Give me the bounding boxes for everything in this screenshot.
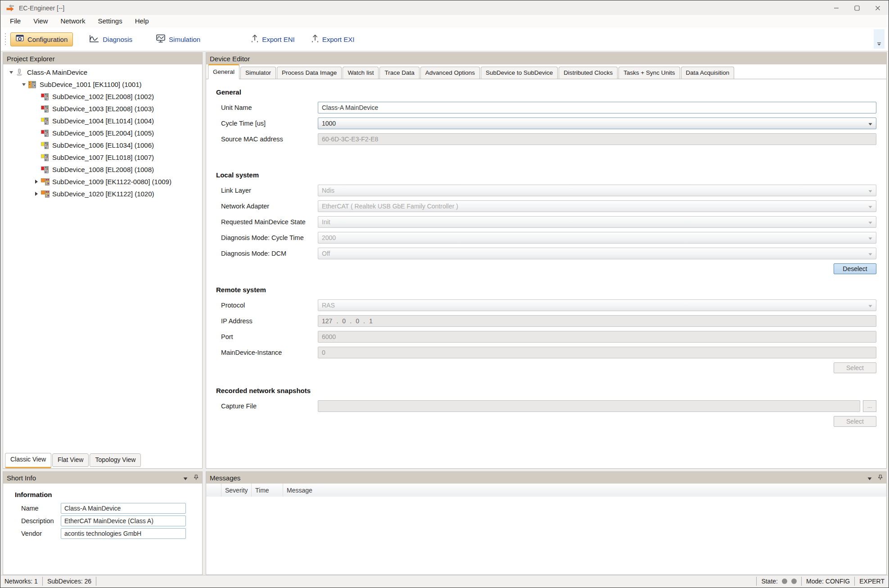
module-red-icon [41,105,50,113]
unit-name-input[interactable] [318,102,876,113]
short-info-description-input[interactable] [61,516,186,526]
tree-expander-expanded[interactable] [7,70,16,74]
module-red-icon [41,166,50,173]
capture-file-field [318,400,860,412]
pin-icon[interactable] [877,474,883,482]
cycle-time-dropdown[interactable]: 1000 [318,118,876,129]
general-section-heading: General [216,88,876,96]
chevron-down-icon [868,234,872,241]
view-tab-topology-view[interactable]: Topology View [90,453,141,467]
tree-item-label: SubDevice_1009 [EK1122-0080] (1009) [52,178,171,185]
panel-menu-chevron-icon[interactable] [867,474,872,482]
tree-expander-collapsed[interactable] [32,191,41,196]
menu-item-help[interactable]: Help [129,15,155,27]
tree-item[interactable]: SubDevice_1020 [EK1122] (1020) [3,188,202,200]
project-explorer-title: Project Explorer [7,55,55,63]
window-controls [826,1,888,15]
export-icon [311,34,319,45]
tree-item-label: SubDevice_1005 [EL2004] (1005) [52,129,154,137]
toolbar-grip[interactable] [5,32,6,46]
menu-item-file[interactable]: File [4,15,27,27]
maindevice-instance-field: 0 [318,347,876,358]
menu-item-settings[interactable]: Settings [91,15,128,27]
project-explorer-panel: Project Explorer Class-A MainDeviceSubDe… [3,52,203,469]
remote-system-heading: Remote system [216,286,876,294]
maximize-button[interactable] [847,1,867,15]
tree-item[interactable]: SubDevice_1004 [EL1014] (1004) [3,115,202,127]
title-bar: EC-Engineer [--] [1,1,888,15]
tab-trace-data[interactable]: Trace Data [379,67,419,79]
tree-item[interactable]: SubDevice_1006 [EL1034] (1006) [3,139,202,151]
tab-general[interactable]: General [208,64,239,79]
tab-process-data-image[interactable]: Process Data Image [277,67,342,79]
tree-item[interactable]: Class-A MainDevice [3,66,202,78]
tab-watch-list[interactable]: Watch list [343,67,379,79]
coupler-orange-icon [28,81,37,88]
messages-column-severity[interactable]: Severity [221,484,252,497]
tab-simulator[interactable]: Simulator [240,67,276,79]
state-dot-icon [791,579,797,584]
tree-expander-expanded[interactable] [19,82,28,86]
diagnosis-mode-dcm-dropdown: Off [318,248,876,259]
tree-item[interactable]: SubDevice_1008 [EL2008] (1008) [3,163,202,176]
module-yellow-icon [41,154,50,161]
tree-item[interactable]: SubDevice_1001 [EK1100] (1001) [3,78,202,90]
mode-indicator: Mode: CONFIG [806,578,850,585]
pin-icon[interactable] [193,474,199,482]
short-info-content: Information NameDescriptionVendor [3,484,202,574]
chevron-down-icon [868,218,872,226]
panel-menu-chevron-icon[interactable] [183,474,188,482]
source-mac-label: Source MAC address [216,136,318,143]
requested-maindevice-state-dropdown: Init [318,216,876,228]
short-info-name-input[interactable] [61,503,186,514]
tab-distributed-clocks[interactable]: Distributed Clocks [559,67,618,79]
tree-item-label: SubDevice_1001 [EK1100] (1001) [40,81,142,88]
tree-item-label: SubDevice_1020 [EK1122] (1020) [52,190,154,198]
module-yellow-icon [41,118,50,125]
toolbar-overflow-button[interactable] [874,29,884,49]
tab-tasks-sync-units[interactable]: Tasks + Sync Units [618,67,680,79]
deselect-button[interactable]: Deselect [834,263,876,274]
tree-item[interactable]: SubDevice_1005 [EL2004] (1005) [3,127,202,139]
export-eni-button[interactable]: Export ENI [246,32,299,47]
capture-file-browse-button[interactable]: ... [863,400,876,412]
simulation-button[interactable]: Simulation [151,32,205,47]
module-red-icon [41,130,50,137]
tree-item-label: SubDevice_1002 [EL2008] (1002) [52,93,154,100]
chevron-down-icon [868,250,872,257]
tree-item-label: SubDevice_1008 [EL2008] (1008) [52,166,154,173]
snapshot-select-button: Select [834,416,876,427]
tree-expander-collapsed[interactable] [32,179,41,184]
menu-item-network[interactable]: Network [54,15,91,27]
local-system-label: Diagnosis Mode: Cycle Time [216,234,318,241]
window-title: EC-Engineer [--] [19,5,64,12]
minimize-button[interactable] [826,1,847,15]
diagnosis-icon [89,34,99,44]
tab-data-acquisition[interactable]: Data Acquisition [681,67,735,79]
tree-item-label: SubDevice_1007 [EL1018] (1007) [52,154,154,161]
diagnosis-button[interactable]: Diagnosis [85,32,137,47]
toolbar: Configuration Diagnosis Simulation [1,27,888,51]
configuration-button[interactable]: Configuration [10,32,73,46]
close-button[interactable] [867,1,888,15]
messages-column-message[interactable]: Message [283,484,886,497]
messages-column-time[interactable]: Time [252,484,283,497]
maindevice-icon [16,68,25,76]
tree-item[interactable]: SubDevice_1007 [EL1018] (1007) [3,151,202,163]
local-system-label: Diagnosis Mode: DCM [216,250,318,257]
view-tab-classic-view[interactable]: Classic View [5,453,51,468]
menu-item-view[interactable]: View [27,15,54,27]
short-info-vendor-input[interactable] [61,528,186,539]
tab-advanced-options[interactable]: Advanced Options [420,67,480,79]
view-tab-flat-view[interactable]: Flat View [52,453,89,467]
tab-subdevice-to-subdevice[interactable]: SubDevice to SubDevice [481,67,558,79]
tree-item[interactable]: SubDevice_1009 [EK1122-0080] (1009) [3,176,202,188]
chevron-down-icon [868,187,872,194]
export-exi-button[interactable]: Export EXI [307,32,359,47]
tree-item[interactable]: SubDevice_1003 [EL2008] (1003) [3,103,202,115]
tree-item[interactable]: SubDevice_1002 [EL2008] (1002) [3,90,202,103]
subdevices-count: SubDevices: 26 [47,578,91,585]
module-red-icon [41,93,50,100]
state-dot-icon [782,579,787,584]
messages-column-blank [206,484,221,497]
